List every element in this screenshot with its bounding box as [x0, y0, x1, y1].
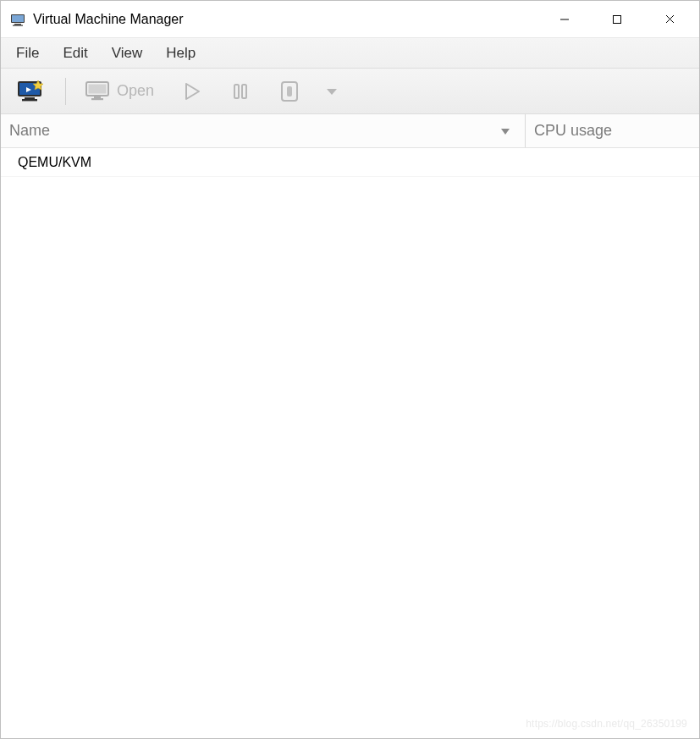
menu-edit[interactable]: Edit	[52, 41, 97, 65]
chevron-down-icon	[325, 86, 339, 97]
column-cpu-label: CPU usage	[534, 122, 612, 140]
new-vm-button[interactable]	[11, 75, 52, 108]
svg-rect-1	[12, 15, 24, 22]
open-button[interactable]: Open	[80, 76, 159, 107]
menu-view[interactable]: View	[102, 41, 153, 65]
svg-rect-20	[242, 85, 246, 98]
toolbar: Open	[1, 69, 699, 114]
window-title: Virtual Machine Manager	[33, 12, 184, 27]
monitor-new-icon	[16, 79, 47, 104]
svg-rect-17	[91, 98, 103, 100]
svg-rect-3	[13, 25, 23, 25]
open-button-label: Open	[117, 82, 154, 100]
vm-list[interactable]: QEMU/KVM	[1, 148, 699, 738]
svg-rect-15	[89, 84, 107, 93]
column-headers: Name CPU usage	[1, 114, 699, 148]
sort-descending-icon	[499, 122, 511, 140]
pause-button[interactable]	[227, 79, 254, 104]
shutdown-menu-button[interactable]	[320, 83, 344, 100]
menu-file[interactable]: File	[6, 41, 49, 65]
app-icon	[9, 11, 26, 28]
monitor-icon	[85, 80, 112, 103]
svg-rect-22	[287, 86, 292, 97]
column-cpu-usage[interactable]: CPU usage	[526, 114, 699, 147]
svg-rect-12	[22, 99, 37, 101]
pause-icon	[232, 82, 249, 101]
column-name[interactable]: Name	[1, 114, 526, 147]
run-button[interactable]	[178, 78, 207, 105]
svg-rect-16	[94, 97, 101, 98]
titlebar: Virtual Machine Manager	[1, 1, 699, 38]
svg-rect-19	[234, 85, 239, 98]
play-icon	[183, 81, 201, 102]
minimize-button[interactable]	[538, 1, 591, 37]
close-button[interactable]	[643, 1, 696, 37]
shutdown-button[interactable]	[274, 77, 305, 106]
svg-rect-2	[14, 24, 21, 25]
menu-help[interactable]: Help	[156, 41, 206, 65]
connection-label: QEMU/KVM	[18, 155, 91, 170]
toolbar-separator	[65, 78, 66, 105]
shutdown-icon	[279, 80, 300, 102]
svg-marker-24	[501, 129, 510, 135]
column-name-label: Name	[9, 122, 50, 140]
window-controls	[538, 1, 696, 37]
svg-marker-23	[327, 89, 337, 95]
svg-rect-11	[25, 97, 35, 99]
maximize-button[interactable]	[591, 1, 643, 37]
svg-marker-18	[186, 84, 199, 99]
menubar: File Edit View Help	[1, 38, 699, 69]
svg-rect-5	[614, 15, 621, 23]
connection-row[interactable]: QEMU/KVM	[1, 148, 699, 177]
